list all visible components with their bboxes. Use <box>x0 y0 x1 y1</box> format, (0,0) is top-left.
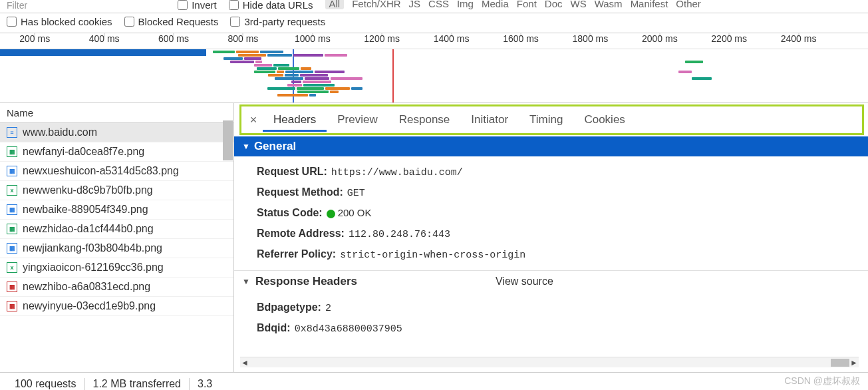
request-row[interactable]: ≡www.baidu.com <box>0 123 233 142</box>
type-pill-wasm[interactable]: Wasm <box>595 0 623 9</box>
timeline-tick: 1000 ms <box>295 33 331 44</box>
type-pill-ws[interactable]: WS <box>571 0 587 9</box>
tab-headers[interactable]: Headers <box>263 108 327 132</box>
filter-row-top: Filter Invert Hide data URLs AllFetch/XH… <box>0 0 868 13</box>
timeline-tick: 400 ms <box>89 33 120 44</box>
timeline-tick: 1200 ms <box>364 33 400 44</box>
close-icon[interactable]: × <box>244 113 263 127</box>
timeline-tick: 200 ms <box>19 33 50 44</box>
request-name: newbaike-889054f349.png <box>23 204 148 216</box>
timeline-tick: 2000 ms <box>642 33 678 44</box>
request-row[interactable]: ▦newzhidao-da1cf444b0.png <box>0 220 233 239</box>
request-method-value: GET <box>347 188 365 199</box>
request-row[interactable]: ▦newbaike-889054f349.png <box>0 200 233 220</box>
image-icon: ▦ <box>7 224 17 234</box>
name-column-header[interactable]: Name <box>0 103 233 123</box>
image-icon: ▦ <box>7 166 17 176</box>
request-list[interactable]: ≡www.baidu.com▦newfanyi-da0cea8f7e.png▦n… <box>0 123 233 372</box>
type-pill-css[interactable]: CSS <box>428 0 449 9</box>
timeline-tick: 2400 ms <box>781 33 817 44</box>
tab-preview[interactable]: Preview <box>327 108 388 132</box>
x-icon: x <box>7 185 17 196</box>
type-pill-manifest[interactable]: Manifest <box>631 0 668 9</box>
request-method-label: Request Method: <box>257 186 343 198</box>
request-name: newzhidao-da1cf444b0.png <box>23 223 154 235</box>
invert-checkbox[interactable]: Invert <box>178 0 217 11</box>
response-header-value: 0x8d43a68800037905 <box>295 323 402 335</box>
referrer-policy-label: Referrer Policy: <box>257 248 336 260</box>
image-icon: ▦ <box>7 301 17 311</box>
request-name: www.baidu.com <box>23 126 97 138</box>
referrer-policy-value: strict-origin-when-cross-origin <box>340 250 525 261</box>
image-icon: ▦ <box>7 282 17 292</box>
request-row[interactable]: xyingxiaoicon-612169cc36.png <box>0 258 233 278</box>
request-name: newwenku-d8c9b7b0fb.png <box>23 184 153 196</box>
detail-panel: × HeadersPreviewResponseInitiatorTimingC… <box>234 103 868 372</box>
hide-data-urls-checkbox[interactable]: Hide data URLs <box>229 0 313 11</box>
watermark: CSDN @虚坏叔叔 <box>784 375 860 387</box>
type-pill-all[interactable]: All <box>325 0 345 9</box>
request-name: newyinyue-03ecd1e9b9.png <box>23 300 156 312</box>
scroll-left-icon[interactable]: ◄ <box>240 357 249 368</box>
tab-timing[interactable]: Timing <box>519 108 573 132</box>
type-pill-doc[interactable]: Doc <box>545 0 563 9</box>
image-icon: ▦ <box>7 204 17 215</box>
request-row[interactable]: ▦newzhibo-a6a0831ecd.png <box>0 278 233 297</box>
status-dot-icon <box>327 210 335 218</box>
tab-response[interactable]: Response <box>388 108 461 132</box>
status-code-value: 200 OK <box>327 207 372 220</box>
general-title: General <box>254 140 296 153</box>
scrollbar-thumb[interactable] <box>831 359 849 367</box>
timeline-overview[interactable]: 200 ms400 ms600 ms800 ms1000 ms1200 ms14… <box>0 33 868 103</box>
response-header-value: 2 <box>325 303 331 314</box>
type-pill-img[interactable]: Img <box>457 0 474 9</box>
request-url-value: https://www.baidu.com/ <box>331 167 463 178</box>
scrollbar-thumb[interactable] <box>223 120 233 160</box>
timeline-tick: 1600 ms <box>503 33 539 44</box>
request-row[interactable]: ▦newjiankang-f03b804b4b.png <box>0 239 233 258</box>
filter-input-label[interactable]: Filter <box>7 0 27 11</box>
scroll-right-icon[interactable]: ► <box>849 357 859 368</box>
type-pill-fetchxhr[interactable]: Fetch/XHR <box>352 0 400 9</box>
document-icon: ≡ <box>7 127 17 138</box>
requests-count: 100 requests <box>7 378 85 390</box>
tab-cookies[interactable]: Cookies <box>573 108 635 132</box>
response-header-key: Bdpagetype: <box>257 301 321 313</box>
request-row[interactable]: xnewwenku-d8c9b7b0fb.png <box>0 181 233 200</box>
request-name: yingxiaoicon-612169cc36.png <box>23 262 164 274</box>
transferred-size: 1.2 MB transferred <box>85 378 190 390</box>
remote-address-value: 112.80.248.76:443 <box>349 229 450 240</box>
request-name: newzhibo-a6a0831ecd.png <box>23 281 150 293</box>
type-pill-media[interactable]: Media <box>482 0 509 9</box>
request-row[interactable]: ▦newxueshuicon-a5314d5c83.png <box>0 162 233 181</box>
status-footer: 100 requests 1.2 MB transferred 3.3 <box>0 373 868 390</box>
type-pill-font[interactable]: Font <box>517 0 537 9</box>
request-row[interactable]: ▦newyinyue-03ecd1e9b9.png <box>0 297 233 316</box>
type-pill-other[interactable]: Other <box>676 0 701 9</box>
image-icon: ▦ <box>7 146 17 157</box>
request-name: newjiankang-f03b804b4b.png <box>23 242 162 254</box>
has-blocked-cookies-checkbox[interactable]: Has blocked cookies <box>7 16 112 27</box>
request-name: newfanyi-da0cea8f7e.png <box>23 146 144 158</box>
type-pill-js[interactable]: JS <box>409 0 421 9</box>
blocked-requests-checkbox[interactable]: Blocked Requests <box>124 16 219 27</box>
detail-tabbar: × HeadersPreviewResponseInitiatorTimingC… <box>239 104 864 135</box>
timeline-bars <box>0 49 868 102</box>
x-icon: x <box>7 262 17 273</box>
triangle-down-icon: ▼ <box>242 142 250 151</box>
horizontal-scrollbar[interactable]: ◄ ► <box>240 357 859 367</box>
third-party-requests-checkbox[interactable]: 3rd-party requests <box>230 16 325 27</box>
remote-address-label: Remote Address: <box>257 228 345 240</box>
tab-initiator[interactable]: Initiator <box>460 108 519 132</box>
view-source-link[interactable]: View source <box>496 276 553 288</box>
response-headers-title: Response Headers <box>255 275 357 288</box>
request-row[interactable]: ▦newfanyi-da0cea8f7e.png <box>0 142 233 162</box>
triangle-down-icon: ▼ <box>242 277 250 286</box>
request-list-panel: Name ≡www.baidu.com▦newfanyi-da0cea8f7e.… <box>0 103 234 372</box>
response-header-key: Bdqid: <box>257 322 291 334</box>
general-section-header[interactable]: ▼ General <box>234 136 868 156</box>
timeline-ruler: 200 ms400 ms600 ms800 ms1000 ms1200 ms14… <box>0 33 868 49</box>
general-kv-block: Request URL: https://www.baidu.com/ Requ… <box>234 156 868 270</box>
response-headers-header[interactable]: ▼ Response Headers View source <box>234 270 868 292</box>
timeline-tick: 600 ms <box>158 33 189 44</box>
